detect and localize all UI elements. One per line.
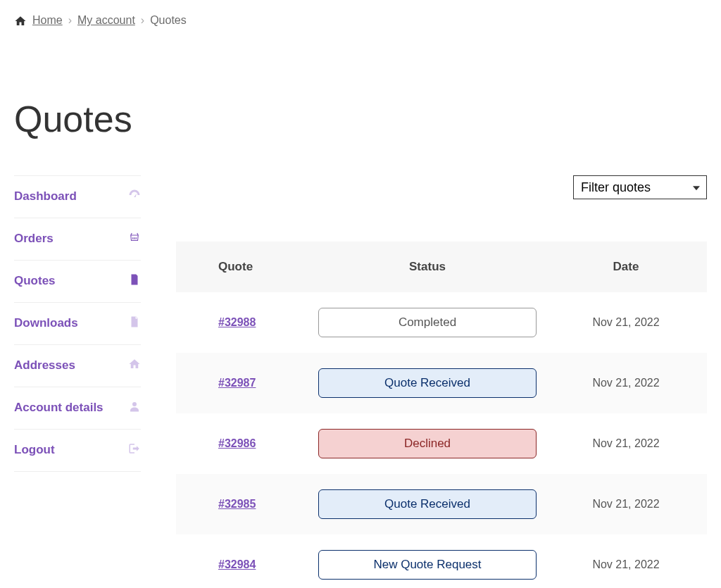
file-icon xyxy=(128,315,141,332)
basket-icon xyxy=(128,231,141,247)
breadcrumb: Home › My account › Quotes xyxy=(14,14,707,27)
quote-link[interactable]: #32984 xyxy=(218,558,256,570)
status-badge: Quote Received xyxy=(318,489,537,519)
breadcrumb-myaccount[interactable]: My account xyxy=(77,14,135,27)
date-cell: Nov 21, 2022 xyxy=(545,498,707,511)
table-row: #32985 Quote Received Nov 21, 2022 xyxy=(176,474,707,534)
sidebar-item-logout[interactable]: Logout xyxy=(14,429,141,472)
sidebar-item-label: Downloads xyxy=(14,316,78,330)
filter-quotes-select[interactable]: Filter quotes xyxy=(573,175,707,199)
status-badge: Completed xyxy=(318,308,537,337)
date-cell: Nov 21, 2022 xyxy=(545,377,707,389)
table-row: #32987 Quote Received Nov 21, 2022 xyxy=(176,353,707,413)
header-quote: Quote xyxy=(176,260,310,274)
table-row: #32986 Declined Nov 21, 2022 xyxy=(176,413,707,474)
quote-link[interactable]: #32987 xyxy=(218,377,256,389)
status-badge: Quote Received xyxy=(318,368,537,398)
dashboard-icon xyxy=(128,189,141,205)
home-icon xyxy=(14,14,27,27)
user-icon xyxy=(128,400,141,416)
sidebar-item-label: Dashboard xyxy=(14,189,77,204)
quote-link[interactable]: #32985 xyxy=(218,498,256,510)
main-content: Filter quotes Quote Status Date #32988 C… xyxy=(176,175,707,588)
sidebar-item-downloads[interactable]: Downloads xyxy=(14,302,141,344)
date-cell: Nov 21, 2022 xyxy=(545,316,707,329)
status-badge: Declined xyxy=(318,429,537,458)
table-row: #32984 New Quote Request Nov 21, 2022 xyxy=(176,534,707,588)
page-title: Quotes xyxy=(14,98,707,140)
sidebar-item-addresses[interactable]: Addresses xyxy=(14,344,141,387)
quote-link[interactable]: #32988 xyxy=(218,316,256,328)
quotes-table: Quote Status Date #32988 Completed Nov 2… xyxy=(176,242,707,588)
status-badge: New Quote Request xyxy=(318,550,537,580)
breadcrumb-separator: › xyxy=(141,14,144,27)
table-row: #32988 Completed Nov 21, 2022 xyxy=(176,292,707,353)
sidebar-item-label: Logout xyxy=(14,443,55,457)
sidebar-item-orders[interactable]: Orders xyxy=(14,218,141,260)
date-cell: Nov 21, 2022 xyxy=(545,437,707,450)
quote-link[interactable]: #32986 xyxy=(218,437,256,449)
sidebar-item-quotes[interactable]: Quotes xyxy=(14,260,141,302)
sidebar-item-label: Account details xyxy=(14,401,104,415)
house-icon xyxy=(128,358,141,374)
header-status: Status xyxy=(310,260,545,274)
filter-select-wrapper: Filter quotes xyxy=(573,175,707,199)
sidebar: Dashboard Orders Quotes Downloads Addres… xyxy=(14,175,141,472)
sidebar-item-label: Addresses xyxy=(14,358,75,373)
document-icon xyxy=(128,273,141,289)
date-cell: Nov 21, 2022 xyxy=(545,558,707,571)
header-date: Date xyxy=(545,260,707,274)
logout-icon xyxy=(128,442,141,458)
sidebar-item-label: Orders xyxy=(14,232,54,246)
sidebar-item-account-details[interactable]: Account details xyxy=(14,387,141,429)
filter-row: Filter quotes xyxy=(176,175,707,199)
breadcrumb-home[interactable]: Home xyxy=(32,14,63,27)
sidebar-item-dashboard[interactable]: Dashboard xyxy=(14,175,141,218)
breadcrumb-current: Quotes xyxy=(150,14,187,27)
breadcrumb-separator: › xyxy=(68,14,72,27)
table-header: Quote Status Date xyxy=(176,242,707,292)
sidebar-item-label: Quotes xyxy=(14,274,56,288)
